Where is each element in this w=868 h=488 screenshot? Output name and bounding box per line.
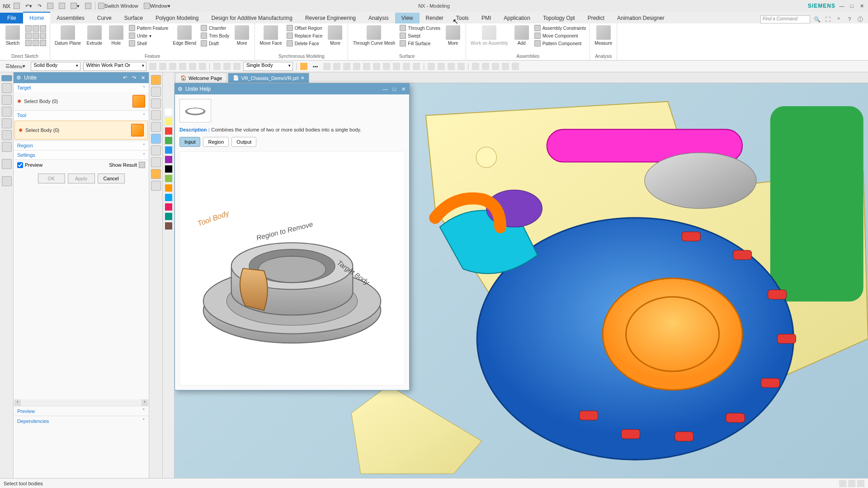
roles-icon[interactable] <box>2 176 12 186</box>
trim-icon[interactable] <box>25 40 32 46</box>
panel-close-icon[interactable]: ✕ <box>140 75 146 81</box>
snap-icon-10[interactable] <box>403 63 410 70</box>
qat-redo-icon[interactable]: ↷ <box>36 2 43 10</box>
tool-section-header[interactable]: Tool˄ <box>14 111 149 120</box>
point-icon[interactable] <box>40 33 46 39</box>
view-icon-2[interactable] <box>438 63 445 70</box>
help-popup-header[interactable]: ⚙ Unite Help — □ ✕ <box>175 84 409 94</box>
qat-paste-icon[interactable] <box>57 2 67 10</box>
color-swatch-2[interactable] <box>165 127 172 135</box>
side-tool-5-icon[interactable] <box>151 122 161 132</box>
type-filter-select[interactable]: Solid Body <box>31 62 80 71</box>
menu-dropdown[interactable]: ☰ Menu ▾ <box>3 62 28 71</box>
snap-icon-8[interactable] <box>383 63 390 70</box>
settings-section-header[interactable]: Settings˅ <box>14 150 149 160</box>
side-tool-9-icon[interactable] <box>151 169 161 179</box>
fullscreen-icon[interactable]: ⛶ <box>824 15 832 23</box>
side-tool-6-icon[interactable] <box>151 134 161 144</box>
status-icon-3[interactable] <box>857 480 864 487</box>
sketch-button[interactable]: Sketch <box>3 24 23 47</box>
spline-icon[interactable] <box>33 33 39 39</box>
tab-application[interactable]: Application <box>497 13 537 23</box>
resource-pin-icon[interactable] <box>1 75 12 81</box>
pattern-feature-button[interactable]: Pattern Feature <box>128 24 169 32</box>
side-tool-cube-icon[interactable] <box>151 75 161 85</box>
assembly-navigator-icon[interactable] <box>2 95 12 105</box>
history-icon[interactable] <box>2 159 12 169</box>
move-component-button[interactable]: Move Component <box>533 32 587 39</box>
color-swatch-9[interactable] <box>165 194 172 201</box>
draft-button[interactable]: Draft <box>200 40 230 47</box>
snap-icon-1[interactable] <box>300 63 307 70</box>
color-swatch-4[interactable] <box>165 146 172 154</box>
search-icon[interactable]: 🔍 <box>813 15 821 23</box>
color-swatch-1[interactable] <box>165 118 172 125</box>
chamfer-button[interactable]: Chamfer <box>200 24 230 32</box>
view-icon-3[interactable] <box>448 63 455 70</box>
side-tool-folder-icon[interactable] <box>151 145 161 155</box>
qat-save-icon[interactable] <box>12 2 22 10</box>
snap-icon-9[interactable] <box>393 63 400 70</box>
target-select-body-row[interactable]: ✱Select Body (0) <box>14 92 149 110</box>
extrude-button[interactable]: Extrude <box>85 24 104 47</box>
color-swatch-11[interactable] <box>165 213 172 220</box>
swept-button[interactable]: Swept <box>399 32 441 39</box>
filter-icon-1[interactable] <box>149 63 156 70</box>
color-swatch-5[interactable] <box>165 156 172 163</box>
color-swatch-10[interactable] <box>165 203 172 211</box>
qat-undo-icon[interactable]: ↶▾ <box>24 2 34 10</box>
delete-face-button[interactable]: Delete Face <box>286 40 324 47</box>
arc-icon[interactable] <box>33 25 39 32</box>
status-icon-2[interactable] <box>848 480 855 487</box>
help-tab-input[interactable]: Input <box>179 137 200 147</box>
switch-window-btn[interactable]: Switch Window <box>95 2 140 10</box>
layer-icon-5[interactable] <box>512 63 519 70</box>
panel-redo-icon[interactable]: ↷ <box>131 75 137 81</box>
command-search-input[interactable]: Find a Command <box>760 15 810 23</box>
browser-icon[interactable] <box>2 142 12 152</box>
layer-icon-2[interactable] <box>482 63 489 70</box>
scroll-left-icon[interactable]: ‹ <box>14 399 21 406</box>
panel-header[interactable]: ⚙ Unite ↶ ↷ ✕ <box>14 72 149 83</box>
tab-predict[interactable]: Predict <box>581 13 611 23</box>
target-section-header[interactable]: Target˄ <box>14 83 149 92</box>
help-minimize-icon[interactable]: — <box>382 86 388 92</box>
side-tool-help-icon[interactable] <box>151 87 161 97</box>
tab-curve[interactable]: Curve <box>91 13 118 23</box>
color-swatch-12[interactable] <box>165 222 172 230</box>
sync-more-button[interactable]: More <box>325 24 345 47</box>
doc-tab-close-icon[interactable]: ✕ <box>301 75 304 80</box>
offset-region-button[interactable]: Offset Region <box>286 24 324 32</box>
edge-blend-button[interactable]: Edge Blend <box>171 24 198 47</box>
tab-topology-opt[interactable]: Topology Opt <box>537 13 581 23</box>
help-icon[interactable]: ? <box>845 15 854 23</box>
snap-icon-11[interactable] <box>413 63 420 70</box>
tab-polygon-modeling[interactable]: Polygon Modeling <box>149 13 205 23</box>
doc-tab-welcome[interactable]: 🏠Welcome Page <box>175 73 227 83</box>
cancel-button[interactable]: Cancel <box>98 174 125 183</box>
line-icon[interactable] <box>25 25 32 32</box>
panel-undo-icon[interactable]: ↶ <box>122 75 128 81</box>
help-tab-region[interactable]: Region <box>203 137 229 147</box>
fill-surface-button[interactable]: Fill Surface <box>399 40 441 47</box>
tab-tools[interactable]: Tools <box>450 13 475 23</box>
doc-tab-file[interactable]: 📄VR_Chassis_DemoVR.prt✕ <box>228 73 309 83</box>
constraint-icon[interactable] <box>40 40 46 46</box>
pattern-component-button[interactable]: Pattern Component <box>533 40 587 47</box>
filter-icon-4[interactable] <box>179 63 186 70</box>
collapse-ribbon-icon[interactable]: ^ <box>835 15 843 23</box>
through-curve-mesh-button[interactable]: Through Curve Mesh <box>351 24 397 47</box>
layer-icon-1[interactable] <box>472 63 479 70</box>
replace-face-button[interactable]: Replace Face <box>286 32 324 39</box>
filter-icon-2[interactable] <box>159 63 166 70</box>
datum-plane-button[interactable]: Datum Plane <box>53 24 83 47</box>
snap-icon-5[interactable] <box>353 63 360 70</box>
tab-view[interactable]: View <box>395 13 420 23</box>
trim-body-button[interactable]: Trim Body <box>200 32 230 39</box>
show-result-button[interactable]: Show Result <box>109 162 145 168</box>
snap-icon-7[interactable] <box>373 63 380 70</box>
tab-assemblies[interactable]: Assemblies <box>50 13 90 23</box>
assembly-constraints-button[interactable]: Assembly Constraints <box>533 24 587 32</box>
color-swatch-7[interactable] <box>165 175 172 182</box>
qat-touch-icon[interactable] <box>83 2 93 10</box>
